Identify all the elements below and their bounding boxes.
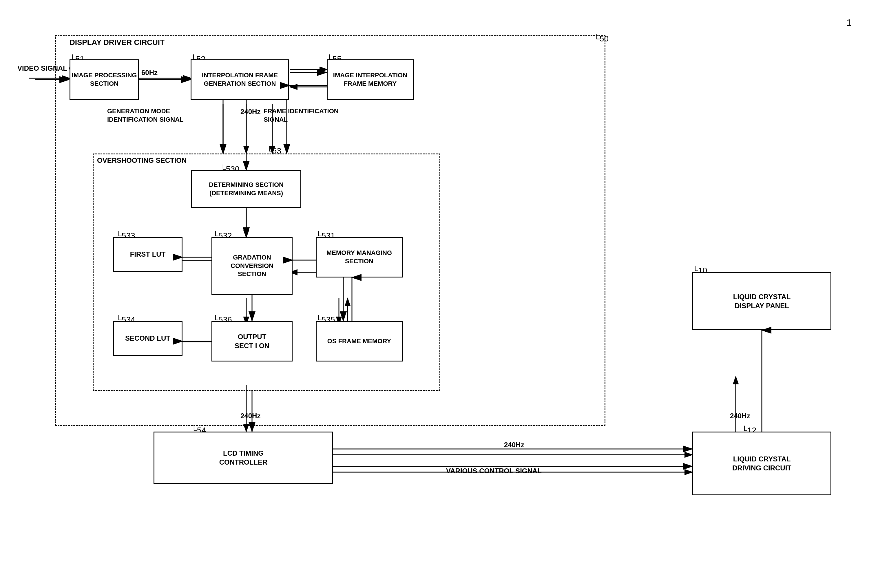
display-driver-label: DISPLAY DRIVER CIRCUIT bbox=[69, 38, 165, 48]
output-section-box: OUTPUTSECT I ON bbox=[211, 321, 292, 362]
image-processing-box: IMAGE PROCESSINGSECTION bbox=[69, 59, 139, 100]
diagram-container: 1 VIDEO SIGNAL 60Hz DISPLAY DRIVER CIRCU… bbox=[12, 12, 875, 576]
os-frame-memory-box: OS FRAME MEMORY bbox=[316, 321, 403, 362]
liquid-crystal-panel-box: LIQUID CRYSTALDISPLAY PANEL bbox=[692, 272, 831, 330]
first-lut-box: FIRST LUT bbox=[113, 237, 183, 272]
image-interpolation-memory-box: IMAGE INTERPOLATIONFRAME MEMORY bbox=[327, 59, 414, 100]
ref-50: └50 bbox=[594, 34, 609, 44]
interpolation-frame-box: INTERPOLATION FRAMEGENERATION SECTION bbox=[190, 59, 289, 100]
frame-identification-label: FRAME IDENTIFICATIONSIGNAL bbox=[264, 107, 339, 124]
liquid-crystal-driving-box: LIQUID CRYSTALDRIVING CIRCUIT bbox=[692, 432, 831, 495]
various-control-label: VARIOUS CONTROL SIGNAL bbox=[446, 466, 542, 476]
determining-section-box: DETERMINING SECTION(DETERMINING MEANS) bbox=[191, 170, 301, 208]
240hz-label-top: 240Hz bbox=[240, 107, 261, 116]
240hz-label-mid: 240Hz bbox=[240, 411, 261, 420]
overshooting-label: OVERSHOOTING SECTION bbox=[97, 156, 187, 165]
240hz-panel-label: 240Hz bbox=[730, 411, 750, 420]
ref-1: 1 bbox=[846, 17, 852, 28]
60hz-label: 60Hz bbox=[141, 68, 157, 77]
lcd-timing-box: LCD TIMINGCONTROLLER bbox=[153, 432, 333, 484]
second-lut-box: SECOND LUT bbox=[113, 321, 183, 356]
memory-managing-box: MEMORY MANAGINGSECTION bbox=[316, 237, 403, 278]
240hz-label-right: 240Hz bbox=[504, 440, 524, 449]
gradation-conversion-box: GRADATIONCONVERSIONSECTION bbox=[211, 237, 292, 295]
generation-mode-label: GENERATION MODEIDENTIFICATION SIGNAL bbox=[107, 107, 184, 124]
